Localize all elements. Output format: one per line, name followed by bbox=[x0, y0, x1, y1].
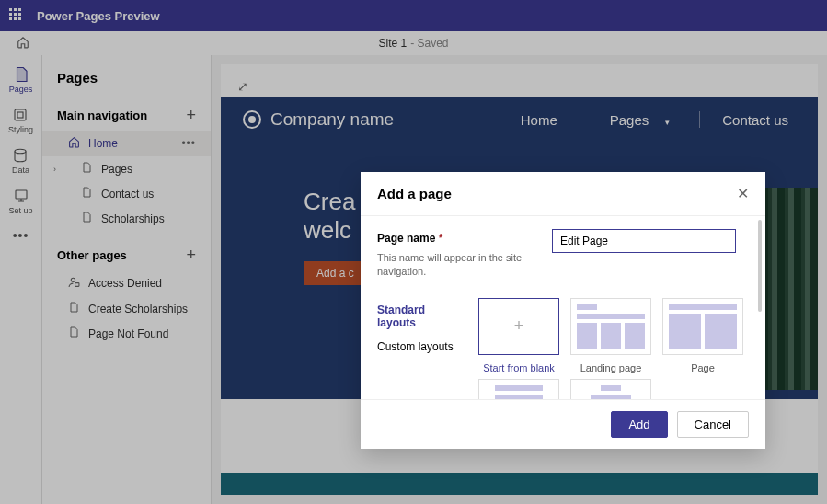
layout-option-4[interactable] bbox=[478, 379, 559, 399]
page-name-input[interactable] bbox=[552, 229, 736, 253]
add-page-modal: Add a page ✕ Page name * This name will … bbox=[361, 172, 765, 449]
layout-page[interactable]: Page bbox=[662, 298, 743, 373]
close-icon[interactable]: ✕ bbox=[737, 185, 749, 202]
modal-title: Add a page bbox=[377, 186, 452, 201]
layout-option-5[interactable] bbox=[570, 379, 651, 399]
tab-custom-layouts[interactable]: Custom layouts bbox=[377, 335, 460, 359]
layout-blank[interactable]: + Start from blank bbox=[478, 298, 559, 373]
layout-landing[interactable]: Landing page bbox=[570, 298, 651, 373]
tab-standard-layouts[interactable]: Standard layouts bbox=[377, 298, 460, 335]
page-name-hint: This name will appear in the site naviga… bbox=[377, 251, 534, 280]
add-button[interactable]: Add bbox=[611, 411, 667, 438]
plus-icon: + bbox=[478, 298, 559, 355]
cancel-button[interactable]: Cancel bbox=[677, 411, 749, 438]
page-name-label: Page name * bbox=[377, 232, 442, 245]
scrollbar[interactable] bbox=[758, 220, 762, 312]
